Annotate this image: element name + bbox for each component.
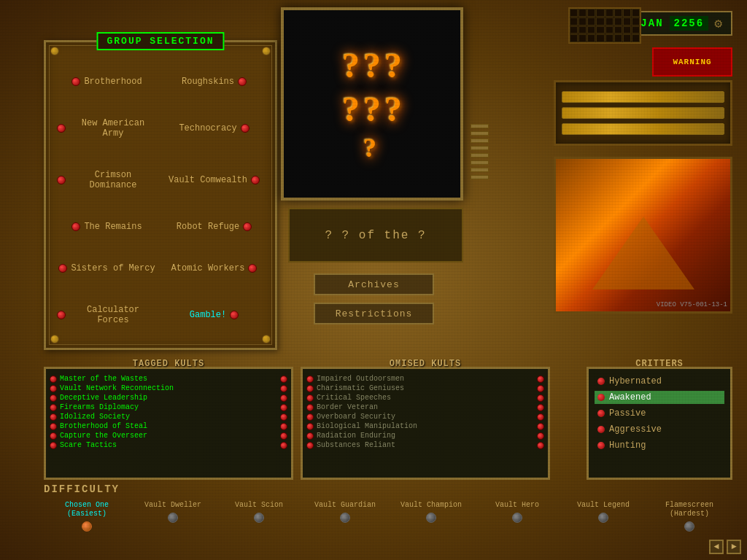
omised-kults-title: OMISED KULTS (390, 359, 461, 369)
diff-option-vault-guardian[interactable]: Vault Guardian (302, 501, 388, 523)
nav-arrow-left[interactable]: ◄ (709, 540, 724, 554)
restrictions-button[interactable]: Restrictions (314, 303, 434, 324)
list-item[interactable]: Master of the Wastes (50, 375, 287, 383)
difficulty-title: DIFFICULTY (44, 483, 732, 495)
diff-radio-vault-champion[interactable] (426, 513, 436, 523)
kults-end-dot (280, 404, 287, 411)
gear-icon[interactable]: ⚙ (714, 15, 724, 31)
diff-label-vault-hero: Vault Hero (495, 501, 539, 510)
group-item-vault-comwealth[interactable]: Vault Comwealth (160, 154, 268, 206)
diff-radio-flamescreen[interactable] (684, 521, 694, 532)
nav-arrow-right[interactable]: ► (727, 540, 741, 554)
group-dot-sisters (58, 264, 67, 273)
group-item-technocracy[interactable]: Technocracy (160, 102, 268, 154)
critter-item-hybernated[interactable]: Hybernated (595, 375, 724, 388)
group-label-calculator: Calculator Forces (69, 305, 157, 325)
list-item[interactable]: Substances Reliant (306, 441, 544, 449)
diff-radio-vault-guardian[interactable] (340, 513, 350, 523)
diff-option-flamescreen[interactable]: Flamescreen(Hardest) (646, 501, 732, 532)
diff-option-vault-dweller[interactable]: Vault Dweller (130, 501, 216, 523)
list-item[interactable]: Scare Tactics (50, 441, 287, 449)
group-label-crimson: Crimson Dominance (69, 170, 157, 190)
list-item[interactable]: Biological Manipulation (306, 422, 544, 430)
archives-button[interactable]: Archives (314, 273, 434, 295)
group-grid: Brotherhood Roughskins New American Army… (46, 42, 275, 348)
group-item-atomic[interactable]: Atomic Workers (160, 247, 268, 289)
diff-radio-chosen[interactable] (82, 521, 92, 532)
critters-title: CRITTERS (635, 359, 684, 369)
group-dot-calculator (57, 311, 66, 319)
kults-end-dot (280, 432, 287, 440)
list-item[interactable]: Critical Speeches (306, 394, 544, 402)
kults-item-label: Idolized Society (60, 413, 130, 421)
diff-radio-vault-hero[interactable] (512, 513, 522, 523)
list-item[interactable]: Vault Network Reconnection (50, 384, 287, 392)
group-dot-brotherhood (71, 77, 80, 86)
diff-option-vault-hero[interactable]: Vault Hero (474, 501, 560, 523)
list-item[interactable]: Impaired Outdoorsmen (306, 375, 544, 383)
group-label-naa: New American Army (69, 118, 157, 139)
diff-option-chosen[interactable]: Chosen One(Easiest) (44, 501, 130, 532)
group-item-crimson[interactable]: Crimson Dominance (53, 154, 160, 206)
list-item[interactable]: Charismatic Geniuses (306, 384, 544, 392)
list-item[interactable]: Capture the Overseer (50, 432, 287, 440)
group-item-robot-refuge[interactable]: Robot Refuge (160, 206, 268, 247)
list-item[interactable]: Idolized Society (50, 413, 287, 421)
list-item[interactable]: Radiation Enduring (306, 432, 544, 440)
kults-dot (306, 442, 314, 449)
kults-item-label: Capture the Overseer (60, 432, 147, 440)
critter-item-passive[interactable]: Passive (595, 407, 724, 420)
list-item[interactable]: Overboard Security (306, 413, 544, 421)
rivet-br (262, 335, 271, 343)
diff-label-vault-scion: Vault Scion (235, 501, 283, 510)
group-label-the-remains: The Remains (84, 222, 142, 232)
kults-end-dot (280, 423, 287, 430)
kults-dot (50, 432, 57, 440)
list-item[interactable]: Deceptive Leadership (50, 394, 287, 402)
bar-3 (562, 123, 724, 135)
group-dot-robot-refuge (243, 222, 252, 231)
group-dot-naa (57, 124, 66, 133)
group-dot-roughskins (238, 77, 247, 86)
group-label-gamble: Gamble! (190, 310, 226, 320)
critter-item-aggressive[interactable]: Aggressive (595, 423, 724, 436)
diff-radio-vault-legend[interactable] (598, 513, 608, 523)
diff-label-chosen: Chosen One(Easiest) (65, 501, 109, 518)
critter-label-hybernated: Hybernated (609, 376, 662, 386)
qmark-3: ? (384, 45, 402, 85)
group-label-roughskins: Roughskins (182, 77, 234, 87)
group-item-sisters[interactable]: Sisters of Mercy (53, 247, 160, 289)
critter-label-awakened: Awakened (609, 392, 651, 402)
critter-item-hunting[interactable]: Hunting (595, 439, 724, 452)
critter-dot (597, 442, 605, 449)
kults-item-label: Master of the Wastes (60, 375, 147, 383)
kults-item-label: Radiation Enduring (317, 432, 395, 440)
kults-end-dot (537, 376, 544, 383)
group-item-gamble[interactable]: Gamble! (160, 289, 268, 341)
kults-dot (306, 432, 314, 440)
group-dot-technocracy (241, 124, 249, 133)
diff-option-vault-legend[interactable]: Vault Legend (560, 501, 646, 523)
kults-item-label: Vault Network Reconnection (60, 384, 174, 392)
diff-option-vault-champion[interactable]: Vault Champion (388, 501, 474, 523)
diff-option-vault-scion[interactable]: Vault Scion (216, 501, 302, 523)
kults-dot (306, 385, 314, 392)
group-item-calculator[interactable]: Calculator Forces (53, 289, 160, 341)
kults-item-label: Border Veteran (317, 403, 378, 411)
diff-radio-vault-scion[interactable] (254, 513, 264, 523)
rivet-tr (262, 47, 271, 55)
list-item[interactable]: Firearms Diplomacy (50, 403, 287, 411)
kults-item-label: Impaired Outdoorsmen (317, 375, 404, 383)
group-item-roughskins[interactable]: Roughskins (160, 61, 268, 102)
bars-panel (554, 80, 732, 146)
list-item[interactable]: Border Veteran (306, 403, 544, 411)
video-label: VIDEO V75-001-13-1 (657, 301, 727, 308)
group-item-new-american-army[interactable]: New American Army (53, 102, 160, 154)
list-item[interactable]: Brotherhood of Steal (50, 422, 287, 430)
critter-item-awakened[interactable]: Awakened (595, 391, 724, 404)
kults-dot (306, 413, 314, 421)
group-item-the-remains[interactable]: The Remains (53, 206, 160, 247)
grid-panel (568, 7, 641, 44)
diff-radio-vault-dweller[interactable] (168, 513, 178, 523)
group-item-brotherhood[interactable]: Brotherhood (53, 61, 160, 102)
